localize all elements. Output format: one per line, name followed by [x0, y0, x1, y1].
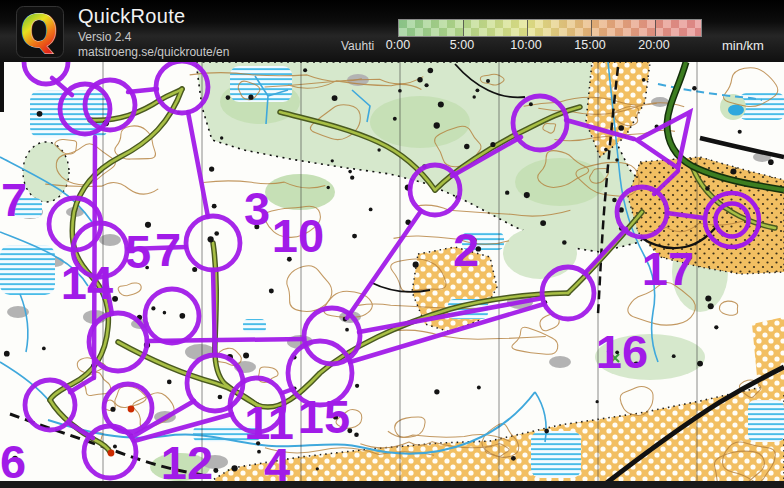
- scale-tick-mark: [591, 20, 592, 36]
- map-bottom-edge: [0, 481, 784, 488]
- scale-tick-mark: [527, 20, 528, 36]
- scale-tick-mark: [655, 20, 656, 36]
- control-number: 17: [642, 242, 694, 295]
- control-number: 12: [161, 436, 213, 488]
- control-number: 7: [1, 173, 27, 226]
- quickroute-window: Q QuickRoute Versio 2.4 matstroeng.se/qu…: [0, 0, 784, 488]
- control-number: 10: [272, 209, 324, 262]
- speed-gradient-scale: [398, 19, 702, 37]
- scale-tick-label: 20:00: [638, 38, 669, 52]
- course-leg-line: [213, 270, 215, 355]
- app-website-link[interactable]: matstroeng.se/quickroute/en: [78, 45, 229, 59]
- orienteering-map[interactable]: 757310217141611151246: [0, 62, 784, 488]
- control-number: 2: [453, 223, 479, 276]
- svg-text:Q: Q: [20, 6, 57, 57]
- control-number: 4: [264, 438, 290, 488]
- control-number: 5: [125, 225, 151, 278]
- control-number: 7: [155, 223, 181, 276]
- scale-tick-label: 10:00: [510, 38, 541, 52]
- scale-tick-label: 0:00: [386, 38, 410, 52]
- speed-scale-label: Vauhti: [341, 39, 374, 53]
- control-number: 16: [596, 325, 648, 378]
- control-number: 6: [0, 435, 26, 488]
- speed-scale-unit: min/km: [722, 38, 764, 53]
- quickroute-logo-icon: Q: [16, 6, 64, 58]
- control-number: 14: [61, 256, 113, 309]
- app-version: Versio 2.4: [78, 30, 131, 44]
- scale-tick-label: 15:00: [574, 38, 605, 52]
- scale-tick-mark: [463, 20, 464, 36]
- header-bar: Q QuickRoute Versio 2.4 matstroeng.se/qu…: [0, 0, 784, 62]
- control-number: 15: [298, 390, 350, 443]
- control-number: 3: [244, 182, 270, 235]
- map-left-edge: [0, 62, 4, 112]
- map-canvas[interactable]: 757310217141611151246: [0, 62, 784, 488]
- app-title: QuickRoute: [78, 5, 186, 28]
- scale-tick-label: 5:00: [450, 38, 474, 52]
